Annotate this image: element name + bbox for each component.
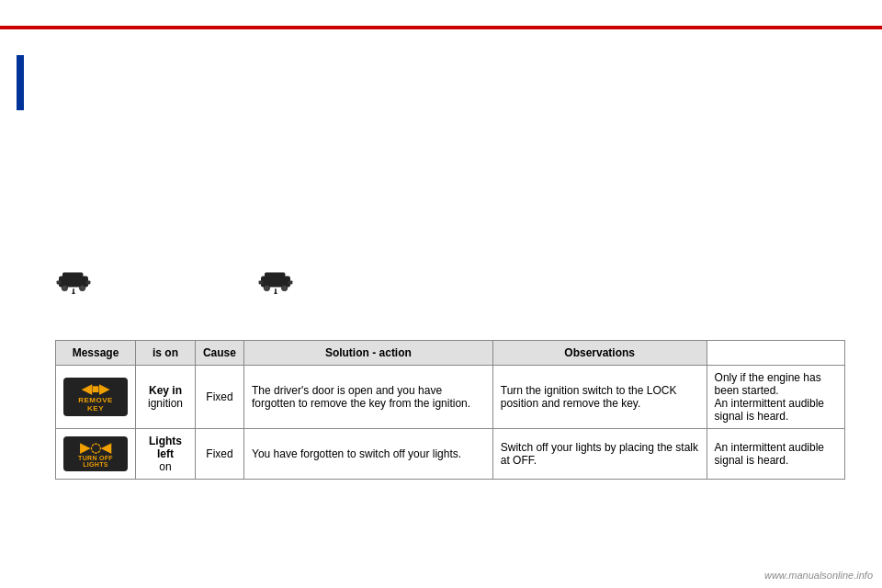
message-title-1: Key in	[149, 384, 182, 397]
svg-rect-9	[265, 273, 285, 280]
obs-cell-2: An intermittent audible signal is heard.	[707, 429, 844, 480]
table-row: ◀■▶ REMOVE KEY Key in ignition Fixed The…	[56, 366, 845, 429]
badge-icon-row2: ▶◌◀	[69, 440, 122, 455]
solution-cell-1: Turn the ignition switch to the LOCK pos…	[492, 366, 707, 429]
svg-rect-12	[259, 280, 264, 284]
remove-key-badge: ◀■▶ REMOVE KEY	[63, 378, 128, 416]
solution-cell-2: Switch off your lights by placing the st…	[492, 429, 707, 480]
car-icon-left	[55, 266, 92, 294]
message-cell-1: ◀■▶ REMOVE KEY	[56, 366, 136, 429]
svg-rect-13	[288, 280, 293, 284]
turn-off-lights-icon: ▶◌◀ TURN OFF LIGHTS	[63, 436, 128, 471]
col-header-observations: Observations	[492, 341, 707, 366]
svg-rect-4	[57, 280, 62, 284]
car-svg-right	[257, 266, 294, 294]
turn-off-lights-badge: ▶◌◀ TURN OFF LIGHTS	[63, 436, 128, 471]
badge-icon-row1: ◀■▶	[69, 381, 122, 396]
badge-label-row1: REMOVE KEY	[69, 396, 122, 413]
ison-cell-2: Fixed	[195, 429, 243, 480]
cause-cell-2: You have forgotten to switch off your li…	[243, 429, 492, 480]
table-header-row: Message is on Cause Solution - action Ob…	[56, 341, 845, 366]
car-icon-right	[257, 266, 294, 294]
message-subtitle-2: on	[159, 460, 171, 473]
car-svg-left	[55, 266, 92, 294]
remove-key-icon: ◀■▶ REMOVE KEY	[63, 378, 128, 416]
message-title-cell-1: Key in ignition	[136, 366, 196, 429]
col-header-solution: Solution - action	[243, 341, 492, 366]
left-blue-bar	[17, 55, 24, 110]
svg-rect-7	[73, 288, 74, 294]
svg-rect-15	[275, 288, 277, 294]
watermark: www.manualsonline.info	[764, 570, 873, 581]
message-cell-2: ▶◌◀ TURN OFF LIGHTS	[56, 429, 136, 480]
svg-rect-5	[86, 280, 91, 284]
svg-point-3	[79, 285, 85, 290]
message-subtitle-1: ignition	[148, 397, 183, 410]
info-table: Message is on Cause Solution - action Ob…	[55, 340, 845, 480]
message-title-2: Lights left	[149, 435, 182, 460]
cause-cell-1: The driver's door is open and you have f…	[243, 366, 492, 429]
badge-label-row2: TURN OFF LIGHTS	[69, 455, 122, 468]
obs-cell-1: Only if the engine has been started.An i…	[707, 366, 844, 429]
col-header-message: Message	[56, 341, 136, 366]
svg-rect-1	[62, 273, 83, 280]
table-row: ▶◌◀ TURN OFF LIGHTS Lights left on Fixed…	[56, 429, 845, 480]
top-red-line	[0, 26, 882, 29]
col-header-cause: Cause	[195, 341, 243, 366]
icons-area	[55, 266, 294, 294]
svg-point-11	[281, 285, 287, 290]
ison-cell-1: Fixed	[195, 366, 243, 429]
svg-point-2	[62, 285, 67, 290]
svg-point-10	[264, 285, 269, 290]
col-header-ison: is on	[136, 341, 196, 366]
table-container: Message is on Cause Solution - action Ob…	[55, 340, 845, 480]
message-title-cell-2: Lights left on	[136, 429, 196, 480]
